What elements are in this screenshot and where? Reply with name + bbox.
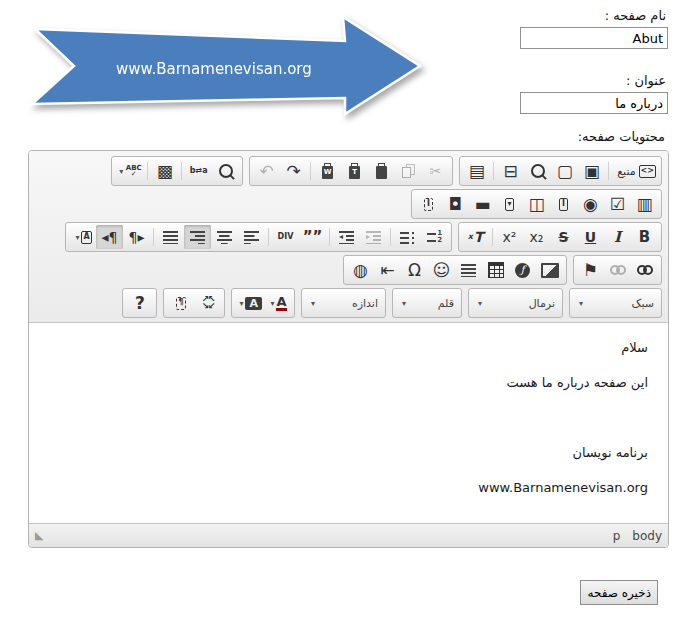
link-icon <box>637 265 653 275</box>
bold-icon: B <box>639 230 650 245</box>
anchor-button[interactable]: ⚑ <box>577 258 604 282</box>
bullet-list-button[interactable] <box>394 225 421 249</box>
show-blocks-button[interactable]: ¶ <box>167 291 194 315</box>
subscript-icon: x₂ <box>530 230 544 244</box>
div-container-button[interactable]: DIV <box>272 225 299 249</box>
forms-group: ▥☑◉I◫▾▬◘I <box>411 189 662 219</box>
spellcheck-button[interactable]: ABC ✓▾ <box>115 159 144 183</box>
maximize-button[interactable]: ↖↗ ↙↘ <box>194 291 221 315</box>
page-name-input[interactable] <box>520 27 668 49</box>
cut-button: ✂ <box>422 159 449 183</box>
text-field-icon: I <box>559 198 568 211</box>
replace-icon: b⇄a <box>190 167 208 175</box>
redo-button[interactable]: ↷ <box>280 159 307 183</box>
remove-format-button[interactable]: T <box>462 225 489 249</box>
format-combo[interactable]: نرمال▾ <box>468 288 563 318</box>
numbered-list-button[interactable] <box>421 225 448 249</box>
about-group: ? <box>122 288 157 318</box>
save-page-button[interactable]: ذخیره صفحه <box>580 580 658 605</box>
align-center-button[interactable] <box>211 225 238 249</box>
smiley-icon: ☺ <box>433 262 451 279</box>
paste-text-button[interactable]: T <box>341 159 368 183</box>
size-combo[interactable]: اندازه▾ <box>301 288 386 318</box>
print-button[interactable]: ⊟ <box>497 159 524 183</box>
title-input[interactable] <box>520 92 668 114</box>
smiley-button[interactable]: ☺ <box>428 258 455 282</box>
preview-button[interactable] <box>524 159 551 183</box>
subscript-button[interactable]: x₂ <box>523 225 550 249</box>
styles-combo[interactable]: سبک▾ <box>569 288 662 318</box>
link-button[interactable] <box>631 258 658 282</box>
radio-button[interactable]: ◉ <box>577 192 604 216</box>
horizontal-rule-button[interactable] <box>455 258 482 282</box>
horizontal-rule-icon <box>461 263 476 277</box>
rtl-direction-button[interactable]: ¶◂ <box>96 225 123 249</box>
align-right-button[interactable] <box>184 225 211 249</box>
links-group: ⚑ <box>573 255 662 285</box>
path-item-body[interactable]: body <box>632 529 662 543</box>
special-char-button[interactable]: Ω <box>401 258 428 282</box>
about-button[interactable]: ? <box>126 291 153 315</box>
iframe-button[interactable]: ◍ <box>347 258 374 282</box>
checkbox-button[interactable]: ☑ <box>604 192 631 216</box>
textarea-button[interactable]: ◫ <box>523 192 550 216</box>
select-field-button[interactable]: ▾ <box>496 192 523 216</box>
paragraph-group: ””DIV▸¶¶◂A▾ <box>65 222 452 252</box>
outdent-button <box>360 225 387 249</box>
font-combo[interactable]: قلم▾ <box>392 288 462 318</box>
bg-color-button[interactable]: A▾ <box>235 291 264 315</box>
paste-word-button[interactable]: W <box>314 159 341 183</box>
language-button[interactable]: A▾ <box>69 225 96 249</box>
page-break-button[interactable]: ⇤ <box>374 258 401 282</box>
align-left-icon <box>244 230 259 244</box>
blockquote-button[interactable]: ”” <box>299 225 326 249</box>
preview-icon <box>531 164 545 178</box>
superscript-button[interactable]: x² <box>496 225 523 249</box>
spellcheck-icon: ABC ✓ <box>125 165 142 177</box>
image-button[interactable] <box>536 258 563 282</box>
align-left-button[interactable] <box>238 225 265 249</box>
bold-button[interactable]: B <box>631 225 658 249</box>
replace-button[interactable]: b⇄a <box>185 159 212 183</box>
find-button[interactable] <box>212 159 239 183</box>
paste-button[interactable] <box>368 159 395 183</box>
strike-button[interactable]: S <box>550 225 577 249</box>
globe-icon: ◍ <box>353 262 368 279</box>
select-all-button[interactable]: ▩ <box>151 159 178 183</box>
ltr-direction-button[interactable]: ▸¶ <box>123 225 150 249</box>
hidden-field-icon: I <box>424 198 433 211</box>
image-button-button[interactable]: ◘ <box>442 192 469 216</box>
align-right-icon <box>190 230 205 244</box>
chevron-down-icon: ▾ <box>402 299 406 308</box>
clipboard-group: ✂TW↷↶ <box>249 156 453 186</box>
content-paragraph <box>49 409 648 426</box>
text-color-button[interactable]: A▾ <box>264 291 291 315</box>
blockquote-icon: ”” <box>303 230 323 245</box>
flash-button[interactable]: ƒ <box>509 258 536 282</box>
underline-button[interactable]: U <box>577 225 604 249</box>
hidden-field-button[interactable]: I <box>415 192 442 216</box>
editor-content[interactable]: سلاماین صفحه درباره ما هستبرنامه نویسانw… <box>29 323 668 523</box>
templates-icon: ▤ <box>469 163 485 180</box>
new-page-button[interactable]: ▢ <box>551 159 578 183</box>
resize-grip-icon[interactable]: ◣ <box>35 530 43 541</box>
table-button[interactable] <box>482 258 509 282</box>
button-field-button[interactable]: ▬ <box>469 192 496 216</box>
form-button[interactable]: ▥ <box>631 192 658 216</box>
italic-icon: I <box>614 230 621 245</box>
rich-text-editor: <>منبع▣▢⊟▤✂TW↷↶b⇄a▩ABC ✓▾▥☑◉I◫▾▬◘IBIUSx₂… <box>28 150 669 548</box>
save-button[interactable]: ▣ <box>578 159 605 183</box>
image-icon <box>541 263 559 278</box>
indent-button[interactable] <box>333 225 360 249</box>
anchor-flag-icon: ⚑ <box>583 262 598 279</box>
page-name-label: نام صفحه : <box>520 8 666 23</box>
templates-button[interactable]: ▤ <box>463 159 490 183</box>
text-field-button[interactable]: I <box>550 192 577 216</box>
path-item-p[interactable]: p <box>613 529 621 543</box>
button-field-icon: ▬ <box>474 196 490 213</box>
source-button[interactable]: <>منبع <box>612 159 658 183</box>
content-paragraph: www.Barnamenevisan.org <box>49 479 648 496</box>
italic-button[interactable]: I <box>604 225 631 249</box>
justify-button[interactable] <box>157 225 184 249</box>
paste-word-icon: W <box>322 166 333 179</box>
